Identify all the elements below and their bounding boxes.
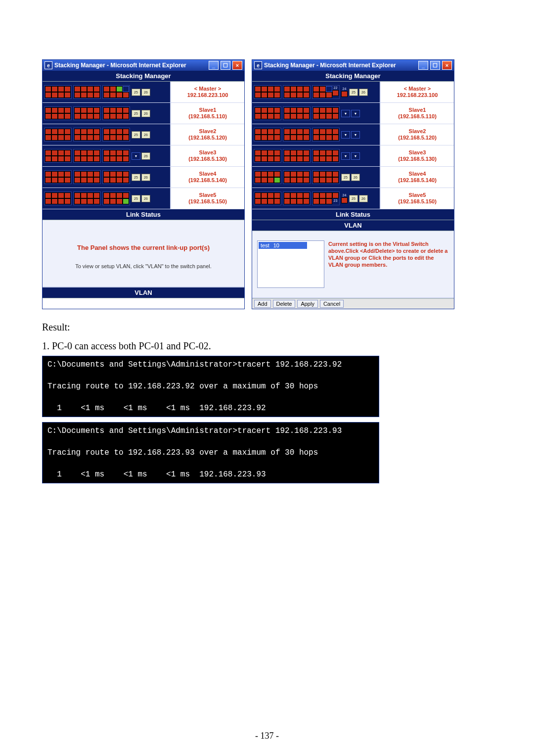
switch-ports[interactable]: 2526 [43, 103, 170, 124]
add-button[interactable]: Add [254, 300, 271, 308]
switch-ports[interactable]: 2526 [252, 167, 380, 188]
terminal-line: 1 <1 ms <1 ms <1 ms 192.168.223.92 [47, 403, 374, 414]
device-label: Slave4(192.168.5.140) [380, 167, 454, 188]
switch-row-slave2[interactable]: ▼▼ Slave2(192.168.5.120) [252, 124, 454, 145]
window-title: Stacking Manager - Microsoft Internet Ex… [264, 62, 416, 69]
page-number: - 137 - [0, 731, 534, 741]
close-button[interactable]: × [442, 61, 452, 70]
terminal-2: C:\Documents and Settings\Administrator>… [42, 422, 379, 483]
switch-row-slave1[interactable]: ▼▼ Slave1(192.168.5.110) [252, 103, 454, 124]
close-button[interactable]: × [232, 61, 242, 70]
switch-row-slave4[interactable]: 2526 Slave4(192.168.5.140) [43, 167, 244, 188]
terminal-line: Tracing route to 192.168.223.93 over a m… [47, 447, 374, 458]
switch-row-slave5[interactable]: 2526 Slave5(192.168.5.150) [43, 188, 244, 209]
switch-row-slave3[interactable]: ▼▼ Slave3(192.168.5.130) [252, 145, 454, 167]
switch-row-slave2[interactable]: 2526 Slave2(192.168.5.120) [43, 124, 244, 145]
switch-ports[interactable]: ▼26 [43, 145, 170, 166]
terminal-line: Tracing route to 192.168.223.92 over a m… [47, 381, 374, 392]
device-label: Slave1(192.168.5.110) [170, 103, 244, 124]
cancel-button[interactable]: Cancel [320, 300, 344, 308]
switch-row-slave4[interactable]: 2526 Slave4(192.168.5.140) [252, 167, 454, 188]
maximize-button[interactable]: ☐ [221, 61, 230, 70]
device-label: Slave2(192.168.5.120) [380, 124, 454, 145]
vlan-list[interactable]: test 10 [257, 240, 324, 288]
terminal-line: C:\Documents and Settings\Administrator>… [47, 359, 374, 370]
link-status-header: Link Status [252, 209, 454, 220]
left-app-window: e Stacking Manager - Microsoft Internet … [42, 59, 245, 309]
panel-message: The Panel shows the current link-up port… [77, 244, 210, 251]
stacking-manager-header: Stacking Manager [252, 71, 454, 82]
switch-ports[interactable]: 2526 [43, 124, 170, 145]
apply-button[interactable]: Apply [297, 300, 318, 308]
button-row: Add Delete Apply Cancel [252, 298, 454, 309]
maximize-button[interactable]: ☐ [430, 61, 440, 70]
switch-row-master[interactable]: 22 24 2526 < Master >192.168.223.100 [252, 82, 454, 103]
switch-ports[interactable]: 2526 [43, 167, 170, 188]
device-label: Slave4(192.168.5.140) [170, 167, 244, 188]
device-label: Slave3(192.168.5.130) [380, 145, 454, 166]
delete-button[interactable]: Delete [273, 300, 296, 308]
device-label: Slave3(192.168.5.130) [170, 145, 244, 166]
titlebar: e Stacking Manager - Microsoft Internet … [43, 60, 244, 71]
vlan-help-text: Current setting is on the Virtual Switch… [328, 240, 449, 288]
link-status-panel: The Panel shows the current link-up port… [43, 220, 244, 287]
stacking-manager-header: Stacking Manager [43, 71, 244, 82]
vlan-id: 10 [273, 242, 279, 248]
window-title: Stacking Manager - Microsoft Internet Ex… [54, 62, 207, 69]
link-status-header: Link Status [43, 209, 244, 220]
switch-row-slave1[interactable]: 2526 Slave1(192.168.5.110) [43, 103, 244, 124]
vlan-name: test [261, 242, 269, 248]
minimize-button[interactable]: _ [209, 61, 219, 70]
terminal-line: C:\Documents and Settings\Administrator>… [47, 425, 374, 436]
right-app-window: e Stacking Manager - Microsoft Internet … [252, 59, 454, 309]
ie-icon: e [44, 61, 52, 69]
device-label: < Master >192.168.223.100 [170, 82, 244, 102]
device-label: Slave5(192.168.5.150) [170, 188, 244, 209]
vlan-header[interactable]: VLAN [43, 287, 244, 298]
device-label: < Master >192.168.223.100 [380, 82, 454, 102]
switch-ports[interactable]: ▼▼ [252, 103, 380, 124]
switch-ports[interactable]: ▼▼ [252, 145, 380, 166]
switch-row-slave5[interactable]: 23 24 2526 Slave5(192.168.5.150) [252, 188, 454, 209]
switch-row-slave3[interactable]: ▼26 Slave3(192.168.5.130) [43, 145, 244, 167]
switch-ports[interactable]: ▼▼ [252, 124, 380, 145]
vlan-header[interactable]: VLAN [252, 220, 454, 231]
vlan-panel: test 10 Current setting is on the Virtua… [252, 231, 454, 298]
panel-hint: To view or setup VLAN, click "VLAN" to t… [75, 263, 212, 269]
terminal-1: C:\Documents and Settings\Administrator>… [42, 356, 379, 417]
switch-ports[interactable]: 23 24 2526 [252, 188, 380, 209]
device-label: Slave1(192.168.5.110) [380, 103, 454, 124]
switch-ports[interactable]: 22 24 2526 [252, 82, 380, 102]
result-label: Result: [42, 320, 492, 334]
device-label: Slave2(192.168.5.120) [170, 124, 244, 145]
terminal-line: 1 <1 ms <1 ms <1 ms 192.168.223.93 [47, 469, 374, 480]
vlan-item[interactable]: test 10 [259, 242, 307, 249]
titlebar: e Stacking Manager - Microsoft Internet … [252, 60, 454, 71]
device-label: Slave5(192.168.5.150) [380, 188, 454, 209]
minimize-button[interactable]: _ [418, 61, 428, 70]
switch-row-master[interactable]: 2526 < Master >192.168.223.100 [43, 82, 244, 103]
result-line: 1. PC-0 can access both PC-01 and PC-02. [42, 339, 492, 353]
switch-ports[interactable]: 2526 [43, 82, 170, 102]
ie-icon: e [254, 61, 262, 69]
switch-ports[interactable]: 2526 [43, 188, 170, 209]
